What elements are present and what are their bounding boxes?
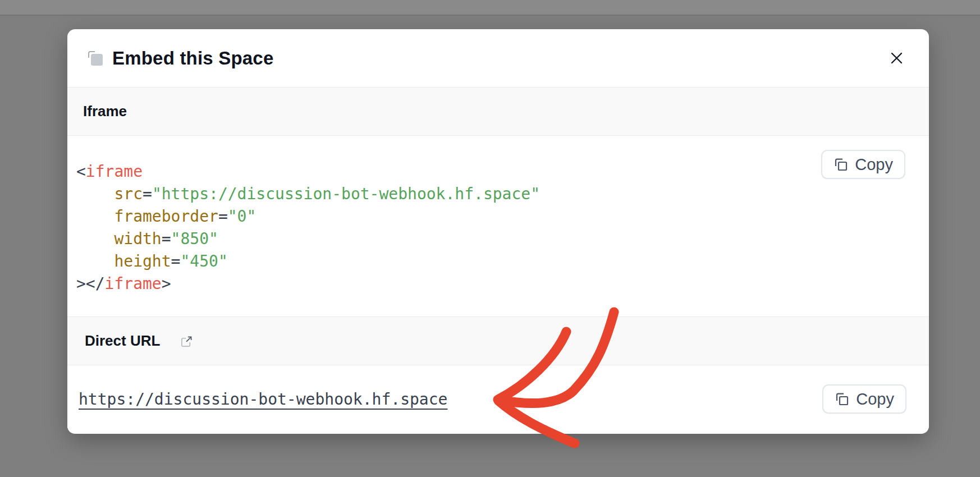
direct-url-section-label: Direct URL: [85, 332, 160, 350]
section-band-direct-url: Direct URL: [67, 317, 929, 365]
copy-icon: [835, 392, 850, 407]
copy-url-button[interactable]: Copy: [822, 384, 906, 414]
direct-url-row: https://discussion-bot-webhook.hf.space …: [67, 365, 929, 433]
direct-url-link[interactable]: https://discussion-bot-webhook.hf.space: [79, 390, 447, 409]
copy-url-label: Copy: [856, 390, 894, 409]
close-icon[interactable]: [888, 50, 905, 67]
embed-squares-icon: [86, 49, 105, 68]
modal-header: Embed this Space: [67, 29, 929, 87]
close-x-glyph: [890, 52, 903, 65]
screen-backdrop: Embed this Space Iframe <iframe src="htt…: [0, 0, 980, 477]
section-band-iframe: Iframe: [67, 87, 929, 136]
embed-code-block[interactable]: <iframe src="https://discussion-bot-webh…: [67, 136, 929, 295]
modal-title: Embed this Space: [112, 48, 273, 69]
iframe-code-section: <iframe src="https://discussion-bot-webh…: [67, 136, 929, 317]
copy-iframe-button[interactable]: Copy: [821, 150, 905, 179]
copy-icon: [834, 157, 849, 172]
embed-space-modal: Embed this Space Iframe <iframe src="htt…: [67, 29, 929, 434]
backdrop-top-strip: [0, 0, 980, 16]
external-link-icon[interactable]: [180, 335, 193, 348]
iframe-section-label: Iframe: [83, 103, 127, 120]
copy-iframe-label: Copy: [855, 155, 893, 174]
